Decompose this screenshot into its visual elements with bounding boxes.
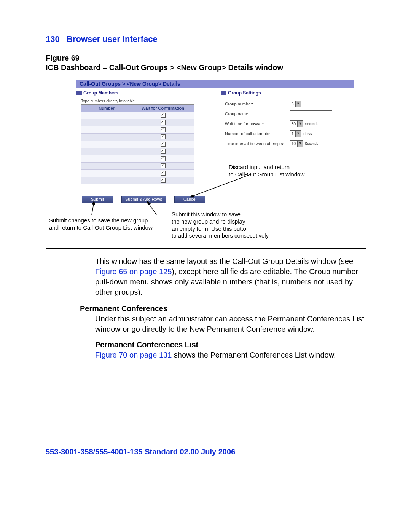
interval-label: Time interval between attempts:: [225, 141, 290, 146]
group-number-select[interactable]: 8▼: [290, 101, 301, 107]
table-row: [81, 141, 194, 148]
header-rule: [46, 48, 369, 48]
attempts-select[interactable]: 1▼: [290, 130, 301, 137]
wait-confirmation-cell: [132, 170, 194, 177]
checkbox-icon[interactable]: [161, 149, 166, 154]
wait-confirmation-cell: [132, 177, 194, 184]
body-paragraph-3: Figure 70 on page 131 shows the Permanen…: [46, 350, 369, 360]
number-cell[interactable]: [81, 134, 132, 141]
submit-button[interactable]: Submit: [82, 196, 113, 203]
number-cell[interactable]: [81, 141, 132, 148]
col-number-header: Number: [81, 105, 132, 112]
group-settings-panel: Group number: 8▼ Group name: Wait time f…: [225, 101, 332, 150]
footer-text: 553-3001-358/555-4001-135 Standard 02.00…: [46, 447, 369, 456]
number-cell[interactable]: [81, 177, 132, 184]
checkbox-icon[interactable]: [161, 171, 166, 176]
number-cell[interactable]: [81, 148, 132, 155]
type-hint: Type numbers directly into table: [81, 99, 135, 103]
figure-screenshot: Call-Out Groups > <New Group> Details Gr…: [46, 77, 366, 249]
subhead-permanent-conferences: Permanent Conferences: [46, 304, 369, 313]
wait-confirmation-cell: [132, 119, 194, 126]
wait-confirmation-cell: [132, 163, 194, 170]
svg-line-2: [92, 204, 94, 215]
wait-time-unit: Seconds: [305, 122, 318, 126]
group-name-label: Group name:: [225, 112, 290, 116]
interval-unit: Seconds: [305, 142, 318, 145]
table-row: [81, 119, 194, 126]
cancel-annotation: Discard input and return to Call-Out Gro…: [229, 164, 306, 178]
checkbox-icon[interactable]: [161, 120, 166, 125]
number-cell[interactable]: [81, 112, 132, 119]
xref-figure-65[interactable]: Figure 65 on page 125: [95, 267, 172, 276]
figure-label: Figure 69: [46, 54, 369, 62]
chevron-down-icon: ▼: [297, 141, 303, 147]
chevron-down-icon: ▼: [297, 121, 303, 127]
svg-line-1: [149, 204, 156, 215]
breadcrumb: Call-Out Groups > <New Group> Details: [76, 80, 354, 88]
group-settings-heading: Group Settings: [221, 90, 261, 96]
interval-select[interactable]: 10▼: [290, 140, 303, 147]
attempts-label: Number of call attempts:: [225, 131, 290, 136]
xref-figure-70[interactable]: Figure 70 on page 131: [95, 351, 172, 359]
section-marker-icon: [221, 91, 226, 95]
group-number-label: Group number:: [225, 102, 290, 106]
table-row: [81, 126, 194, 134]
body-paragraph-1: This window has the same layout as the C…: [46, 256, 369, 297]
header-title[interactable]: Browser user interface: [67, 34, 157, 44]
chevron-down-icon: ▼: [295, 131, 301, 137]
wait-confirmation-cell: [132, 126, 194, 134]
group-members-heading: Group Members: [76, 90, 118, 96]
wait-time-select[interactable]: 30▼: [290, 120, 303, 127]
wait-confirmation-cell: [132, 141, 194, 148]
chevron-down-icon: ▼: [295, 101, 301, 107]
body-paragraph-2: Under this subject an administrator can …: [46, 314, 369, 334]
table-row: [81, 134, 194, 141]
wait-confirmation-cell: [132, 148, 194, 155]
wait-time-label: Wait time for answer:: [225, 121, 290, 126]
table-row: [81, 155, 194, 163]
page-number: 130: [46, 34, 60, 44]
number-cell[interactable]: [81, 155, 132, 163]
number-cell[interactable]: [81, 126, 132, 134]
group-name-input[interactable]: [290, 110, 332, 117]
table-row: [81, 170, 194, 177]
wait-confirmation-cell: [132, 155, 194, 163]
checkbox-icon[interactable]: [161, 134, 166, 139]
figure-title: ICB Dashboard – Call-Out Groups > <New G…: [46, 63, 369, 72]
footer-rule: [46, 444, 369, 444]
cancel-button[interactable]: Cancel: [174, 196, 206, 203]
addrows-annotation: Submit this window to save the new group…: [172, 211, 270, 240]
submit-annotation: Submit changes to save the new group and…: [49, 217, 154, 232]
page-header: 130 Browser user interface: [46, 34, 369, 44]
members-table: Number Wait for Confirmation: [81, 104, 194, 184]
submit-add-rows-button[interactable]: Submit & Add Rows: [121, 196, 166, 203]
checkbox-icon[interactable]: [161, 156, 166, 161]
number-cell[interactable]: [81, 163, 132, 170]
checkbox-icon[interactable]: [161, 163, 166, 168]
number-cell[interactable]: [81, 119, 132, 126]
col-wait-header: Wait for Confirmation: [132, 105, 194, 112]
table-row: [81, 112, 194, 119]
number-cell[interactable]: [81, 170, 132, 177]
wait-confirmation-cell: [132, 134, 194, 141]
subhead-permanent-conferences-list: Permanent Conferences List: [46, 340, 369, 349]
table-row: [81, 163, 194, 170]
attempts-unit: Times: [303, 132, 312, 136]
table-row: [81, 177, 194, 184]
checkbox-icon[interactable]: [161, 127, 166, 132]
wait-confirmation-cell: [132, 112, 194, 119]
section-marker-icon: [76, 91, 82, 95]
table-row: [81, 148, 194, 155]
checkbox-icon[interactable]: [161, 178, 166, 183]
checkbox-icon[interactable]: [161, 113, 166, 118]
checkbox-icon[interactable]: [161, 142, 166, 147]
